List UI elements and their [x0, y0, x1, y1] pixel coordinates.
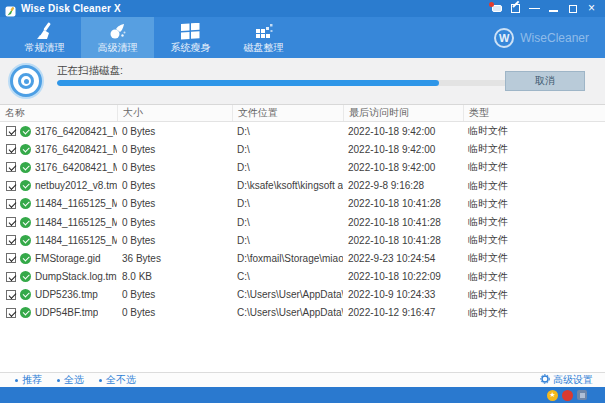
file-name: 11484_1165125_MVM_3.t... — [35, 198, 117, 209]
column-header[interactable]: 名称 — [0, 105, 117, 121]
green-check-icon — [20, 235, 31, 246]
file-location: D:\ — [232, 198, 343, 209]
cancel-button[interactable]: 取消 — [505, 71, 585, 91]
file-name: 11484_1165125_MVM_6.t... — [35, 235, 117, 246]
tab-sweeper[interactable]: 高级清理 — [81, 17, 154, 58]
last-access-time: 2022-9-23 10:24:54 — [343, 253, 463, 264]
tray-icons: ★ — [547, 390, 587, 401]
column-header[interactable]: 类型 — [463, 105, 605, 121]
scan-progress-bar — [57, 80, 517, 86]
results-table: 名称大小文件位置最后访问时间类型 3176_64208421_MVM_3.t..… — [0, 105, 605, 372]
window-controls: × — [491, 3, 605, 14]
green-check-icon — [20, 198, 31, 209]
row-checkbox[interactable] — [6, 162, 16, 172]
tray-red-badge-icon[interactable] — [562, 390, 573, 401]
table-row[interactable]: FMStorage.gid 36 Bytes D:\foxmail\Storag… — [0, 249, 605, 267]
table-row[interactable]: netbuy2012_v8.tmp 0 Bytes D:\ksafe\ksoft… — [0, 177, 605, 195]
row-checkbox[interactable] — [6, 199, 16, 209]
tray-app-badge-icon[interactable] — [577, 390, 587, 400]
last-access-time: 2022-10-9 10:24:33 — [343, 289, 463, 300]
tab-windows[interactable]: 系统瘦身 — [154, 17, 227, 58]
file-location: D:\ — [232, 217, 343, 228]
table-row[interactable]: DumpStack.log.tmp 8.0 KB C:\ 2022-10-18 … — [0, 268, 605, 286]
bullet-icon — [57, 379, 60, 382]
file-size: 0 Bytes — [117, 307, 232, 318]
file-type: 临时文件 — [463, 124, 605, 138]
column-header[interactable]: 最后访问时间 — [343, 105, 463, 121]
table-row[interactable]: 11484_1165125_MVM_3.t... 0 Bytes D:\ 202… — [0, 195, 605, 213]
tab-broom[interactable]: 常规清理 — [8, 17, 81, 58]
table-row[interactable]: 11484_1165125_MVM_4.t... 0 Bytes D:\ 202… — [0, 213, 605, 231]
scan-progress-fill — [57, 80, 439, 86]
menu-icon[interactable] — [529, 3, 540, 14]
tab-defrag[interactable]: 磁盘整理 — [227, 17, 300, 58]
tab-label: 系统瘦身 — [171, 42, 211, 53]
tray-star-badge-icon[interactable]: ★ — [547, 390, 558, 401]
tab-label: 常规清理 — [25, 42, 65, 53]
table-row[interactable]: 3176_64208421_MVM_4.t... 0 Bytes D:\ 202… — [0, 140, 605, 158]
column-header[interactable]: 大小 — [117, 105, 232, 121]
broom-icon — [35, 22, 55, 40]
row-checkbox[interactable] — [6, 308, 16, 318]
last-access-time: 2022-10-12 9:16:47 — [343, 307, 463, 318]
row-checkbox[interactable] — [6, 272, 16, 282]
row-checkbox[interactable] — [6, 290, 16, 300]
row-checkbox[interactable] — [6, 181, 16, 191]
footer-bar: 推荐全选全不选 高级设置 — [0, 372, 605, 387]
table-row[interactable]: UDP54BF.tmp 0 Bytes C:\Users\User\AppDat… — [0, 304, 605, 322]
advanced-settings-link[interactable]: 高级设置 — [540, 373, 593, 387]
file-location: C:\Users\User\AppData\Roamin... — [232, 307, 343, 318]
file-type: 临时文件 — [463, 251, 605, 265]
taskbar: ★ — [0, 387, 605, 403]
file-location: D:\ — [232, 144, 343, 155]
row-checkbox[interactable] — [6, 126, 16, 136]
last-access-time: 2022-10-18 10:41:28 — [343, 198, 463, 209]
defrag-icon — [254, 22, 274, 40]
green-check-icon — [20, 180, 31, 191]
table-row[interactable]: 3176_64208421_MVM_6.t... 0 Bytes D:\ 202… — [0, 158, 605, 176]
last-access-time: 2022-10-18 9:42:00 — [343, 162, 463, 173]
last-access-time: 2022-10-18 10:41:28 — [343, 217, 463, 228]
file-type: 临时文件 — [463, 233, 605, 247]
radar-icon — [10, 65, 42, 97]
gear-icon — [540, 374, 550, 386]
file-name: UDP5236.tmp — [35, 289, 98, 300]
row-checkbox[interactable] — [6, 253, 16, 263]
selection-link[interactable]: 全选 — [57, 373, 84, 387]
file-size: 0 Bytes — [117, 198, 232, 209]
titlebar: Wise Disk Cleaner X × — [0, 0, 605, 17]
file-name: DumpStack.log.tmp — [35, 271, 117, 282]
last-access-time: 2022-10-18 9:42:00 — [343, 144, 463, 155]
green-check-icon — [20, 144, 31, 155]
file-type: 临时文件 — [463, 142, 605, 156]
file-size: 0 Bytes — [117, 162, 232, 173]
tab-label: 高级清理 — [98, 42, 138, 53]
green-check-icon — [20, 307, 31, 318]
tabs: 常规清理 高级清理 系统瘦身 磁盘整理 — [8, 17, 300, 58]
wisecleaner-logo: W WiseCleaner — [494, 28, 589, 48]
close-button[interactable]: × — [586, 3, 597, 14]
file-type: 临时文件 — [463, 160, 605, 174]
selection-link[interactable]: 推荐 — [15, 373, 42, 387]
selection-links: 推荐全选全不选 — [0, 373, 136, 387]
table-row[interactable]: 11484_1165125_MVM_6.t... 0 Bytes D:\ 202… — [0, 231, 605, 249]
table-row[interactable]: UDP5236.tmp 0 Bytes C:\Users\User\AppDat… — [0, 286, 605, 304]
feedback-icon[interactable] — [510, 3, 521, 14]
file-location: D:\ — [232, 126, 343, 137]
last-access-time: 2022-10-18 10:41:28 — [343, 235, 463, 246]
scan-status-label: 正在扫描磁盘: — [57, 64, 123, 78]
column-header[interactable]: 文件位置 — [232, 105, 343, 121]
row-checkbox[interactable] — [6, 217, 16, 227]
selection-link[interactable]: 全不选 — [99, 373, 136, 387]
file-location: C:\Users\User\AppData\Roamin... — [232, 289, 343, 300]
file-name: 3176_64208421_MVM_6.t... — [35, 162, 117, 173]
table-body: 3176_64208421_MVM_3.t... 0 Bytes D:\ 202… — [0, 122, 605, 322]
promo-icon[interactable] — [491, 3, 502, 14]
last-access-time: 2022-9-8 9:16:28 — [343, 180, 463, 191]
row-checkbox[interactable] — [6, 235, 16, 245]
file-type: 临时文件 — [463, 197, 605, 211]
table-row[interactable]: 3176_64208421_MVM_3.t... 0 Bytes D:\ 202… — [0, 122, 605, 140]
maximize-button[interactable] — [567, 3, 578, 14]
minimize-button[interactable] — [548, 3, 559, 14]
row-checkbox[interactable] — [6, 144, 16, 154]
